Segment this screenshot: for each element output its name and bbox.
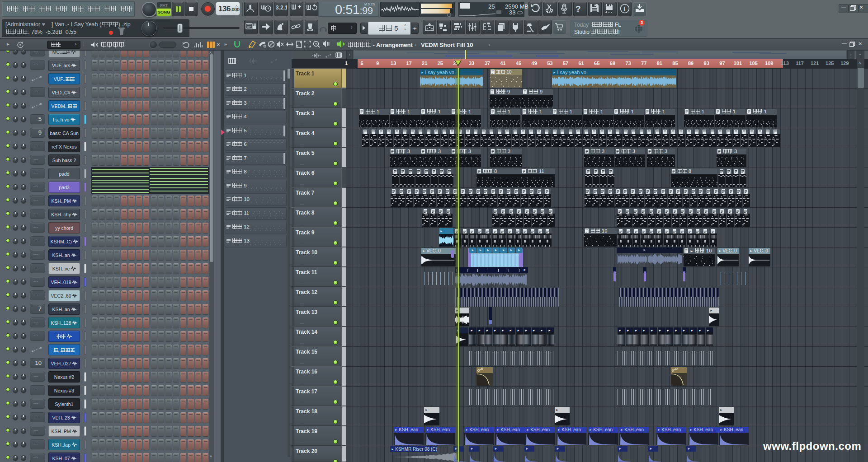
svg-text:?: ? (576, 4, 581, 14)
svg-text:i: i (624, 5, 626, 12)
svg-text:3.2.1: 3.2.1 (276, 5, 287, 11)
